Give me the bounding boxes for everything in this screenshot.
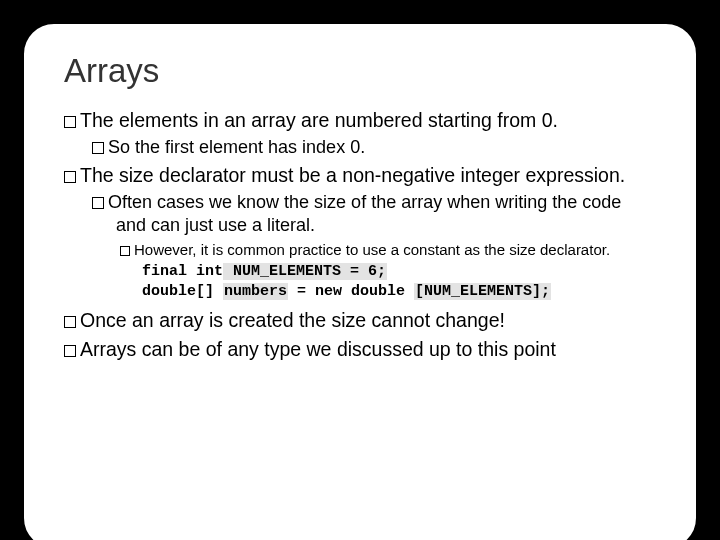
code-type: double	[142, 283, 196, 300]
square-bullet-icon	[92, 197, 104, 209]
code-highlight: numbers	[223, 283, 288, 300]
square-bullet-icon	[64, 171, 76, 183]
slide-frame: Arrays The elements in an array are numb…	[22, 22, 698, 540]
code-keyword: final int	[142, 263, 223, 280]
text: The elements in an array are numbered st…	[80, 109, 558, 131]
bullet-level2: Often cases we know the size of the arra…	[92, 191, 656, 236]
code-text: []	[196, 283, 223, 300]
text: So the first element has index 0.	[108, 137, 365, 157]
square-bullet-icon	[120, 246, 130, 256]
text: Often cases we know the size of the arra…	[108, 192, 621, 235]
code-highlight: NUM_ELEMENTS = 6;	[223, 263, 387, 280]
code-line: double[] numbers = new double [NUM_ELEME…	[142, 282, 656, 302]
square-bullet-icon	[64, 345, 76, 357]
code-highlight: [NUM_ELEMENTS];	[414, 283, 551, 300]
bullet-level1: Once an array is created the size cannot…	[64, 308, 656, 332]
square-bullet-icon	[92, 142, 104, 154]
text: The size declarator must be a non-negati…	[80, 164, 625, 186]
bullet-level2: So the first element has index 0.	[92, 136, 656, 159]
square-bullet-icon	[64, 316, 76, 328]
code-type: double	[351, 283, 414, 300]
code-keyword: new	[315, 283, 351, 300]
code-line: final int NUM_ELEMENTS = 6;	[142, 262, 656, 282]
code-text: =	[288, 283, 315, 300]
square-bullet-icon	[64, 116, 76, 128]
bullet-level1: Arrays can be of any type we discussed u…	[64, 337, 656, 361]
bullet-level3: However, it is common practice to use a …	[120, 240, 656, 260]
bullet-level1: The size declarator must be a non-negati…	[64, 163, 656, 187]
text: Arrays can be of any type we discussed u…	[80, 338, 556, 360]
text: However, it is common practice to use a …	[134, 241, 610, 258]
text: Once an array is created the size cannot…	[80, 309, 505, 331]
bullet-level1: The elements in an array are numbered st…	[64, 108, 656, 132]
slide-title: Arrays	[64, 52, 656, 90]
